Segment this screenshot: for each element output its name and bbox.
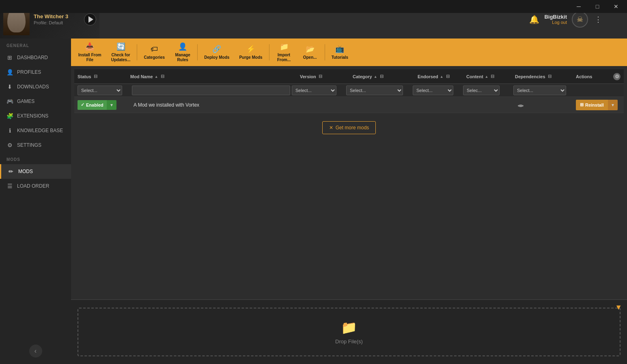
drop-zone-panel: ▼ 📁 Drop File(s) xyxy=(71,299,627,364)
sidebar-item-label-knowledge-base: KNOWLEDGE BASE xyxy=(17,128,63,133)
sidebar-item-mods[interactable]: ✏ MODS xyxy=(0,164,71,179)
get-more-mods-button[interactable]: ✕ Get more mods xyxy=(322,121,376,134)
sidebar-item-label-mods: MODS xyxy=(18,169,33,174)
install-from-file-label: Install FromFile xyxy=(78,53,101,62)
play-button[interactable] xyxy=(84,13,96,26)
drop-zone-collapse-button[interactable]: ▼ xyxy=(615,303,622,312)
game-profile: Profile: Default xyxy=(34,20,84,25)
col-category-filter-icon[interactable]: ⊟ xyxy=(380,74,384,79)
filter-dependencies-select[interactable]: Select... xyxy=(513,86,566,95)
col-version-filter-icon[interactable]: ⊟ xyxy=(319,74,322,79)
col-header-category[interactable]: Category ▲ ⊟ xyxy=(353,74,418,79)
filter-category-select[interactable]: Select... xyxy=(346,86,403,95)
sidebar-item-load-order[interactable]: ☰ LOAD ORDER xyxy=(0,179,71,193)
get-more-mods-container: ✕ Get more mods xyxy=(74,113,624,142)
mods-icon: ✏ xyxy=(8,168,14,175)
games-icon: 🎮 xyxy=(6,98,13,105)
sidebar-item-label-downloads: DOWNLOADS xyxy=(17,84,49,90)
col-content-filter-icon[interactable]: ⊟ xyxy=(491,74,494,79)
col-content-sort-icon: ▲ xyxy=(485,75,489,79)
toolbar-separator-2 xyxy=(197,44,198,60)
filter-modname-input[interactable] xyxy=(132,86,290,95)
game-title: The Witcher 3 xyxy=(34,13,84,19)
col-header-status[interactable]: Status ⊟ xyxy=(78,74,130,79)
mod-ghost-icon[interactable]: 🕳 xyxy=(515,99,526,111)
col-version-label: Version xyxy=(300,74,316,79)
toolbar-check-for-updates[interactable]: 🔄 Check forUpdates... xyxy=(107,40,135,65)
col-header-version[interactable]: Version ⊟ xyxy=(300,74,353,79)
table-header: Status ⊟ Mod Name ▲ ⊟ Version ⊟ Category… xyxy=(74,69,624,84)
filter-status-select[interactable]: Select... xyxy=(78,86,122,95)
filter-version-container: Select... xyxy=(292,86,345,95)
filter-endorsed-select[interactable]: Select... xyxy=(413,86,453,95)
settings-icon: ⚙ xyxy=(6,142,13,148)
drop-zone-area[interactable]: 📁 Drop File(s) xyxy=(78,308,621,356)
user-info: BigBizkit Log out xyxy=(544,14,567,25)
sidebar-item-label-settings: SETTINGS xyxy=(17,142,41,148)
toolbar-install-from-file[interactable]: 📥 Install FromFile xyxy=(74,40,106,65)
main-content: Status ⊟ Mod Name ▲ ⊟ Version ⊟ Category… xyxy=(71,66,627,364)
install-from-file-icon: 📥 xyxy=(85,42,94,51)
toolbar-categories[interactable]: 🏷 Categories xyxy=(140,43,169,62)
col-header-content[interactable]: Content ▲ ⊟ xyxy=(466,74,515,79)
sidebar-item-knowledge-base[interactable]: ℹ KNOWLEDGE BASE xyxy=(0,123,71,138)
tutorials-label: Tutorials xyxy=(332,55,348,60)
filter-content-container: Selec... xyxy=(463,86,512,95)
sidebar-item-dashboard[interactable]: ⊞ DASHBOARD xyxy=(0,50,71,65)
toolbar-deploy-mods[interactable]: 🔗 Deploy Mods xyxy=(200,42,233,62)
toolbar-import-from[interactable]: 📁 ImportFrom... xyxy=(272,40,296,65)
col-endorsed-filter-icon[interactable]: ⊟ xyxy=(446,74,450,79)
sidebar-item-extensions[interactable]: 🧩 EXTENSIONS xyxy=(0,109,71,123)
enabled-group: ✓ Enabled ▾ xyxy=(78,100,130,110)
mod-status-cell: ✓ Enabled ▾ xyxy=(78,100,130,110)
deploy-mods-icon: 🔗 xyxy=(212,45,221,54)
col-endorsed-sort-icon: ▲ xyxy=(440,75,444,79)
filter-row: Select... Select... Select... Select... xyxy=(74,84,624,97)
col-actions-label: Actions xyxy=(576,74,592,79)
filter-endorsed-container: Select... xyxy=(413,86,461,95)
close-button[interactable]: ✕ xyxy=(607,0,625,13)
toolbar-tutorials[interactable]: 📺 Tutorials xyxy=(328,42,352,62)
drop-folder-icon: 📁 xyxy=(341,320,357,335)
col-modname-filter-icon[interactable]: ⊟ xyxy=(161,74,164,79)
notification-bell[interactable]: 🔔 xyxy=(529,15,539,24)
reinstall-label: Reinstall xyxy=(585,103,604,107)
sidebar-general-section: GENERAL xyxy=(0,39,71,50)
sidebar-item-label-games: GAMES xyxy=(17,98,34,104)
purge-mods-label: Purge Mods xyxy=(239,55,262,60)
maximize-button[interactable]: □ xyxy=(588,0,607,13)
filter-deps-container: Select... xyxy=(513,86,574,95)
reinstall-button[interactable]: ⊞ Reinstall xyxy=(576,100,608,110)
col-header-dependencies[interactable]: Dependencies ⊟ xyxy=(515,74,576,79)
col-status-filter-icon[interactable]: ⊟ xyxy=(94,74,97,79)
downloads-icon: ⬇ xyxy=(6,84,13,90)
knowledge-base-icon: ℹ xyxy=(6,127,13,134)
sidebar-item-downloads[interactable]: ⬇ DOWNLOADS xyxy=(0,79,71,94)
sidebar-item-settings[interactable]: ⚙ SETTINGS xyxy=(0,138,71,152)
col-header-endorsed[interactable]: Endorsed ▲ ⊟ xyxy=(418,74,466,79)
drop-zone-label: Drop File(s) xyxy=(335,338,363,345)
mod-name-cell: A Mod we installed with Vortex xyxy=(130,102,300,108)
toolbar-open[interactable]: 📂 Open... xyxy=(298,42,322,62)
enabled-dropdown-arrow[interactable]: ▾ xyxy=(107,100,116,110)
logout-link[interactable]: Log out xyxy=(544,20,567,25)
col-endorsed-label: Endorsed xyxy=(418,74,438,79)
reinstall-dropdown-arrow[interactable]: ▾ xyxy=(608,100,618,110)
filter-status-container: Select... xyxy=(78,86,130,95)
col-header-mod-name[interactable]: Mod Name ▲ ⊟ xyxy=(130,74,300,79)
sidebar-collapse-button[interactable]: ‹ xyxy=(29,345,42,358)
more-options-button[interactable]: ⋮ xyxy=(593,13,603,26)
toolbar-manage-rules[interactable]: 👤 ManageRules xyxy=(170,40,195,65)
enabled-badge[interactable]: ✓ Enabled xyxy=(78,100,107,110)
minimize-button[interactable]: ─ xyxy=(569,0,588,13)
filter-version-select[interactable]: Select... xyxy=(292,86,336,95)
sidebar-item-games[interactable]: 🎮 GAMES xyxy=(0,94,71,109)
sidebar-item-profiles[interactable]: 👤 PROFILES xyxy=(0,65,71,79)
actions-settings-icon[interactable]: ⚙ xyxy=(613,73,621,80)
import-from-icon: 📁 xyxy=(280,42,289,51)
toolbar-purge-mods[interactable]: ⚡ Purge Mods xyxy=(235,42,266,62)
filter-content-select[interactable]: Selec... xyxy=(463,86,500,95)
col-deps-filter-icon[interactable]: ⊟ xyxy=(548,74,552,79)
load-order-icon: ☰ xyxy=(6,183,13,189)
play-icon xyxy=(88,16,93,23)
